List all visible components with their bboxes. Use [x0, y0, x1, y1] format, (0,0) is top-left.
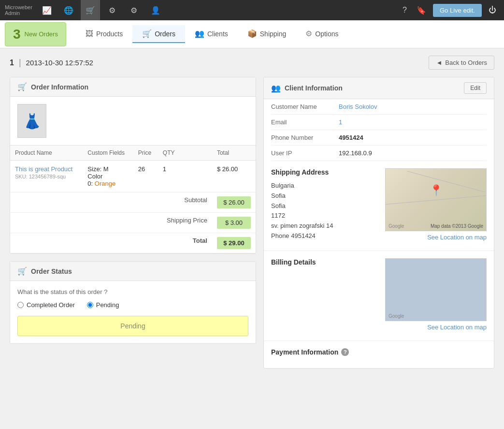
pending-label: Pending — [96, 301, 119, 309]
client-details: Customer Name Boris Sokolov Email 1 — [264, 99, 494, 161]
order-date: 2013-10-30 12:57:52 — [26, 59, 93, 67]
status-options: Completed Order Pending — [17, 301, 248, 309]
main-tabs: 🖼 Products 🛒 Orders 👥 Clients 📦 Shipping… — [76, 25, 499, 43]
cart-nav-icon[interactable]: 🛒 — [81, 0, 100, 20]
order-status-header: 🛒 Order Status — [10, 262, 256, 281]
products-tab-icon: 🖼 — [86, 30, 93, 38]
tab-shipping[interactable]: 📦 Shipping — [238, 25, 296, 43]
client-info-body: Customer Name Boris Sokolov Email 1 — [264, 99, 494, 368]
customer-name-label: Customer Name — [271, 103, 339, 110]
total-row: Total $ 29.00 — [10, 233, 256, 253]
color-prefix: 0: — [87, 180, 93, 187]
shipping-address: Shipping Address Bulgaria Sofia Sofia 11… — [271, 168, 378, 243]
billing-see-location-link[interactable]: See Location on map — [385, 321, 487, 333]
tab-options[interactable]: ⚙ Options — [296, 25, 348, 43]
map-google-logo: Google — [389, 223, 404, 229]
billing-map-google-logo: Google — [389, 313, 404, 319]
color-label: Color — [87, 173, 102, 180]
shipping-city1: Sofia — [271, 192, 286, 199]
shipping-value: $ 3.00 — [217, 217, 251, 229]
client-info-icon: 👥 — [271, 84, 281, 93]
customer-name-value: Boris Sokolov — [339, 103, 487, 110]
order-status-title-text: Order Status — [31, 267, 72, 275]
order-info-header: 🛒 Order Information — [10, 77, 256, 97]
product-sku: SKU: 123456789-squ — [15, 174, 66, 179]
phone-row: Phone Number 4951424 — [271, 130, 487, 146]
shipping-postal: 1172 — [271, 212, 285, 219]
order-info-icon: 🛒 — [17, 82, 27, 91]
client-info-panel: 👥 Client Information Edit Customer Name … — [263, 77, 494, 369]
col-product-name: Product Name — [10, 146, 83, 161]
completed-radio[interactable] — [17, 302, 24, 308]
users-nav-icon[interactable]: 👤 — [146, 0, 165, 20]
client-info-header: 👥 Client Information Edit — [264, 77, 494, 99]
customer-name-link[interactable]: Boris Sokolov — [339, 103, 377, 110]
user-ip-value: 192.168.0.9 — [339, 149, 487, 157]
billing-title: Billing Details — [271, 258, 316, 266]
clients-tab-label: Clients — [207, 30, 228, 38]
shipping-street: sv. pimen zografski 14 — [271, 222, 333, 229]
workflow-nav-icon[interactable]: ⚙ — [102, 0, 122, 20]
product-name-text: This is great Product — [15, 165, 72, 173]
size-label: Size: — [87, 165, 101, 173]
product-name-link[interactable]: This is great Product — [15, 165, 72, 173]
app-logo: Microweber Admin — [5, 4, 32, 16]
client-info-title: 👥 Client Information — [271, 84, 343, 93]
email-link[interactable]: 1 — [339, 118, 342, 126]
left-column: 🛒 Order Information 👗 Product Name — [10, 77, 256, 376]
shipping-country: Bulgaria — [271, 182, 294, 189]
shipping-row: Shipping Price $ 3.00 — [10, 213, 256, 233]
globe-nav-icon[interactable]: 🌐 — [59, 0, 78, 20]
analytics-nav-icon[interactable]: 📈 — [37, 0, 57, 20]
subtotal-empty — [10, 192, 158, 213]
pending-status-button[interactable]: Pending — [17, 316, 248, 336]
power-icon[interactable]: ⏻ — [486, 6, 499, 15]
order-information-panel: 🛒 Order Information 👗 Product Name — [10, 77, 256, 254]
edit-client-button[interactable]: Edit — [464, 82, 487, 94]
back-arrow-icon: ◄ — [436, 59, 442, 66]
shipping-tab-icon: 📦 — [247, 29, 257, 38]
size-value: M — [103, 165, 109, 173]
pending-option[interactable]: Pending — [87, 301, 119, 309]
tab-orders[interactable]: 🛒 Orders — [132, 25, 185, 43]
user-ip-label: User IP — [271, 149, 339, 157]
map-pin: 📍 — [430, 184, 443, 197]
total-cell: $ 26.00 — [212, 161, 256, 192]
completed-option[interactable]: Completed Order — [17, 301, 75, 309]
orders-tab-icon: 🛒 — [142, 29, 152, 38]
total-empty — [10, 233, 158, 253]
tab-clients[interactable]: 👥 Clients — [185, 25, 238, 43]
custom-fields-cell: Size: M Color 0: Orange — [83, 161, 133, 192]
settings-nav-icon[interactable]: ⚙ — [124, 0, 144, 20]
top-navigation: Microweber Admin 📈 🌐 🛒 ⚙ ⚙ 👤 ? 🔖 Go Live… — [0, 0, 504, 20]
color-value: Orange — [95, 180, 115, 187]
email-row: Email 1 — [271, 115, 487, 130]
pending-radio[interactable] — [87, 302, 93, 308]
payment-title: Payment Information ? — [271, 348, 487, 356]
order-status-title: 🛒 Order Status — [17, 266, 72, 276]
order-status-panel: 🛒 Order Status What is the status of thi… — [10, 261, 256, 344]
map-data-label: Map data ©2013 Google — [431, 223, 483, 229]
product-image-area: 👗 — [10, 97, 256, 145]
app-title: Microweber — [5, 4, 32, 10]
go-live-button[interactable]: Go Live edit. — [433, 4, 482, 17]
phone-label: Phone Number — [271, 134, 339, 141]
page-content: 1 | 2013-10-30 12:57:52 ◄ Back to Orders… — [0, 48, 504, 383]
shipping-price-label: Shipping Price — [158, 213, 212, 233]
help-icon[interactable]: ? — [400, 6, 410, 15]
product-name-cell: This is great Product SKU: 123456789-squ — [10, 161, 83, 192]
billing-section: Billing Details Google See Location on m… — [264, 251, 494, 340]
back-to-orders-button[interactable]: ◄ Back to Orders — [429, 56, 494, 70]
subtotal-value: $ 26.00 — [217, 196, 251, 208]
subtotal-value-cell: $ 26.00 — [212, 192, 256, 213]
shipping-empty — [10, 213, 158, 233]
payment-help-icon[interactable]: ? — [341, 348, 349, 356]
bookmark-icon[interactable]: 🔖 — [414, 6, 429, 15]
app-subtitle: Admin — [5, 10, 32, 16]
new-orders-label: New Orders — [25, 30, 58, 38]
see-location-link[interactable]: See Location on map — [385, 231, 487, 243]
tab-products[interactable]: 🖼 Products — [76, 25, 132, 43]
new-orders-count: 3 — [13, 27, 21, 42]
options-tab-label: Options — [315, 30, 338, 38]
options-tab-icon: ⚙ — [305, 29, 312, 38]
